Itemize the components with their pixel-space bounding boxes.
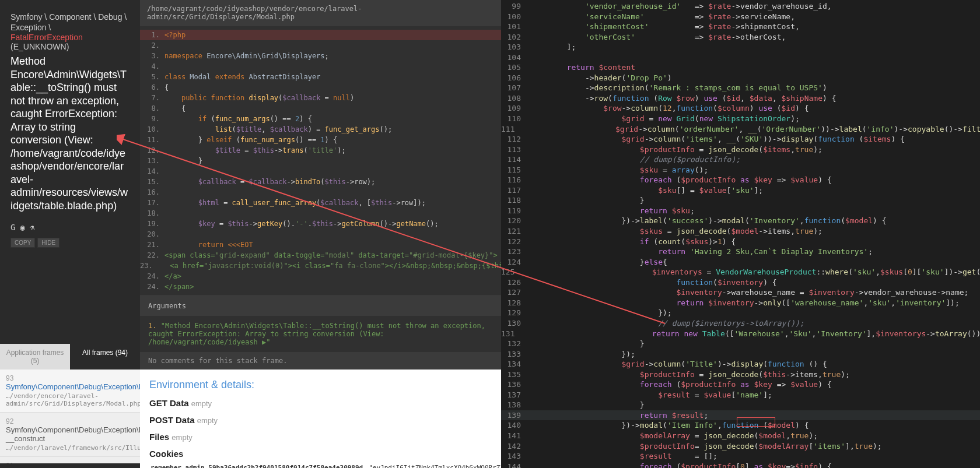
stack-icon[interactable]: ⚗ xyxy=(30,223,34,232)
main-content: /home/vagrant/code/idyeashop/vendor/enco… xyxy=(140,0,501,468)
source-code: 1.<?php 2. 3.namespace Encore\Admin\Grid… xyxy=(140,26,501,295)
code-file-path: /home/vagrant/code/idyeashop/vendor/enco… xyxy=(140,0,501,26)
stack-frame[interactable]: 93 Symfony\Component\Debug\Exception\Fat… xyxy=(0,370,140,413)
globe-icon[interactable]: ◉ xyxy=(20,223,24,232)
exception-class: FatalErrorException xyxy=(10,33,130,42)
arguments-list: 1. "Method Encore\Admin\Widgets\Table::_… xyxy=(140,316,501,352)
code-panel: /home/vagrant/code/idyeashop/vendor/enco… xyxy=(140,0,501,370)
frames-tabs: Application frames (5) All frames (94) xyxy=(0,344,140,370)
google-icon[interactable]: G xyxy=(10,223,15,232)
exception-actions: G ◉ ⚗ xyxy=(0,219,140,235)
tab-all-frames[interactable]: All frames (94) xyxy=(70,344,140,370)
exception-sidebar: Symfony \ Component \ Debug \ Exception … xyxy=(0,0,140,468)
copy-button[interactable]: COPY xyxy=(10,238,35,248)
cookies-header: Cookies xyxy=(149,449,492,459)
files-header: Files empty xyxy=(149,432,492,442)
tab-application-frames[interactable]: Application frames (5) xyxy=(0,344,70,370)
no-comments-label: No comments for this stack frame. xyxy=(140,352,501,370)
exception-namespace: Symfony \ Component \ Debug \ Exception … xyxy=(10,12,130,33)
table-row: remember_admin_59ba36addc2b2f9401580f014… xyxy=(150,462,501,468)
exception-message: Method Encore\Admin\Widgets\Table::__toS… xyxy=(10,55,130,212)
post-data-header: POST Data empty xyxy=(149,415,492,425)
hide-button[interactable]: HIDE xyxy=(37,238,60,248)
stack-frame[interactable]: 92 Symfony\Component\Debug\Exception\Fat… xyxy=(0,413,140,457)
cookies-table: remember_admin_59ba36addc2b2f9401580f014… xyxy=(149,461,501,468)
get-data-header: GET Data empty xyxy=(149,398,492,408)
environment-section: Environment & details: GET Data empty PO… xyxy=(140,370,501,468)
exception-code: (E_UNKNOWN) xyxy=(10,42,130,51)
arguments-header: Arguments xyxy=(140,295,501,316)
stack-frame[interactable]: 91 Illuminate\Foundation\Bootstrap\Handl… xyxy=(0,457,140,463)
code-editor[interactable]: 99 'vendor_warehouse_id' => $rate->vendo… xyxy=(501,0,980,468)
frames-list[interactable]: 93 Symfony\Component\Debug\Exception\Fat… xyxy=(0,370,140,463)
environment-title: Environment & details: xyxy=(149,379,492,391)
